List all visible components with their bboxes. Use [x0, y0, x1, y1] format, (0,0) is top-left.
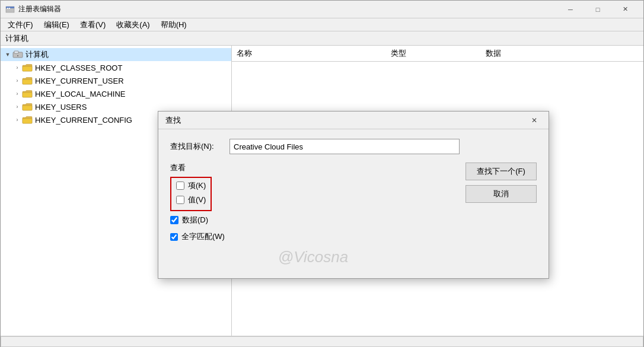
expand-icon[interactable]: ›: [12, 89, 22, 98]
full-match-row: 全字匹配(W): [170, 231, 456, 242]
dialog-content: 查看 项(K) 值(V): [170, 163, 537, 266]
checkbox-data-label: 数据(D): [182, 215, 208, 225]
menu-help[interactable]: 帮助(H): [156, 18, 192, 31]
dialog-left: 查看 项(K) 值(V): [170, 163, 456, 266]
checkbox-value-label: 值(V): [188, 195, 206, 205]
svg-rect-3: [9, 8, 10, 9]
col-name-header: 名称: [237, 48, 391, 59]
checkbox-row-key: 项(K): [176, 180, 206, 191]
expand-icon[interactable]: ▼: [3, 50, 12, 59]
close-button[interactable]: ✕: [611, 1, 639, 18]
maximize-button[interactable]: □: [584, 1, 611, 18]
search-input[interactable]: [229, 139, 460, 154]
menu-view[interactable]: 查看(V): [75, 18, 110, 31]
tree-item-classes-root[interactable]: › HKEY_CLASSES_ROOT: [1, 61, 231, 74]
tree-item-current-user[interactable]: › HKEY_CURRENT_USER: [1, 74, 231, 87]
main-window: 注册表编辑器 ─ □ ✕ 文件(F) 编辑(E) 查看(V) 收藏夹(A) 帮助…: [0, 0, 644, 347]
find-next-button[interactable]: 查找下一个(F): [466, 163, 537, 180]
tree-item-label: HKEY_CURRENT_USER: [35, 77, 124, 85]
tree-item-label: HKEY_LOCAL_MACHINE: [35, 90, 125, 98]
expand-icon[interactable]: ›: [12, 76, 22, 85]
fullmatch-label: 全字匹配(W): [181, 231, 225, 242]
minimize-button[interactable]: ─: [557, 1, 584, 18]
svg-rect-2: [7, 8, 8, 9]
tree-item-label: HKEY_USERS: [35, 103, 87, 112]
window-title: 注册表编辑器: [18, 4, 61, 14]
dialog-right: 查找下一个(F) 取消: [466, 163, 537, 266]
tree-item-label: HKEY_CLASSES_ROOT: [35, 63, 122, 72]
checkbox-value[interactable]: [176, 196, 184, 204]
folder-icon: [22, 115, 33, 125]
search-row: 查找目标(N):: [170, 139, 537, 154]
expand-icon[interactable]: ›: [12, 63, 22, 72]
folder-icon: [22, 76, 33, 85]
horizontal-scrollbar[interactable]: [1, 336, 643, 347]
dialog-close-button[interactable]: ✕: [527, 114, 541, 127]
app-icon: [5, 5, 15, 14]
svg-rect-5: [14, 51, 18, 53]
tree-item-label: HKEY_CURRENT_CONFIG: [35, 116, 132, 125]
col-data-header: 数据: [486, 48, 639, 59]
menu-edit[interactable]: 编辑(E): [39, 18, 74, 31]
find-dialog: 查找 ✕ 查找目标(N): 查看: [158, 111, 549, 279]
tree-item-root[interactable]: ▼ 计算机: [1, 48, 231, 61]
checkbox-row-data: 数据(D): [170, 215, 456, 225]
breadcrumb-text: 计算机: [5, 33, 28, 44]
title-bar: 注册表编辑器 ─ □ ✕: [1, 1, 643, 18]
checkbox-fullmatch[interactable]: [170, 233, 178, 241]
group-label: 查看: [170, 163, 456, 173]
expand-icon[interactable]: ›: [12, 102, 22, 112]
dialog-title: 查找: [165, 115, 181, 126]
main-area: ▼ 计算机 › HK: [1, 46, 643, 336]
dialog-body: 查找目标(N): 查看 项: [158, 129, 549, 278]
folder-icon: [22, 89, 33, 98]
tree-root-label: 计算机: [25, 49, 49, 60]
checkbox-key[interactable]: [176, 182, 184, 190]
breadcrumb: 计算机: [1, 31, 643, 46]
bottom-scrollbar-bar: [1, 336, 643, 346]
menu-favorites[interactable]: 收藏夹(A): [111, 18, 154, 31]
expand-icon[interactable]: ›: [12, 115, 22, 125]
title-bar-left: 注册表编辑器: [5, 4, 61, 14]
svg-point-6: [17, 55, 18, 56]
window-controls: ─ □ ✕: [557, 1, 639, 18]
watermark: @Vicosna: [278, 248, 348, 266]
cancel-button[interactable]: 取消: [466, 185, 537, 203]
search-label: 查找目标(N):: [170, 141, 224, 152]
col-type-header: 类型: [391, 48, 486, 59]
folder-icon: [22, 63, 33, 72]
tree-item-local-machine[interactable]: › HKEY_LOCAL_MACHINE: [1, 87, 231, 100]
menu-file[interactable]: 文件(F): [3, 18, 38, 31]
checkbox-key-label: 项(K): [188, 180, 206, 191]
column-headers: 名称 类型 数据: [232, 46, 643, 62]
dialog-title-bar: 查找 ✕: [158, 112, 549, 129]
computer-icon: [12, 50, 23, 59]
menu-bar: 文件(F) 编辑(E) 查看(V) 收藏夹(A) 帮助(H): [1, 18, 643, 31]
checkbox-data[interactable]: [170, 216, 178, 224]
folder-icon: [22, 102, 33, 112]
checkbox-row-value: 值(V): [176, 195, 206, 205]
